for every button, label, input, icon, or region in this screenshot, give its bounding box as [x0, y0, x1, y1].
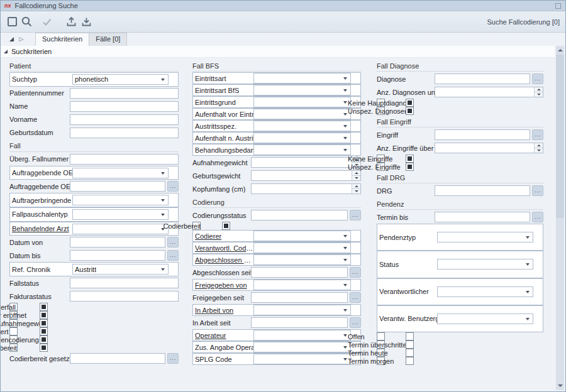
termin-morgen-checkbox[interactable] — [406, 357, 414, 365]
suchtyp-dropdown[interactable]: phonetisch — [72, 74, 169, 85]
codierungsstatus-input[interactable] — [251, 210, 348, 220]
aufenthalt-n-austritt-dropdown[interactable] — [253, 133, 351, 143]
search-button[interactable] — [21, 15, 33, 29]
abgeschlossen-seit-lookup-button[interactable]: ... — [350, 267, 361, 278]
tab-scroll-left-button[interactable] — [6, 35, 16, 45]
field-label-abgeschlossen-von[interactable]: Abgeschlossen von — [195, 256, 253, 264]
confirm-button[interactable] — [41, 15, 53, 29]
spinner-up-icon[interactable] — [535, 143, 543, 148]
pendenztyp-dropdown[interactable] — [437, 232, 533, 242]
drg-lookup-button[interactable]: ... — [532, 185, 543, 196]
eintrittsart-bfs-dropdown[interactable] — [253, 85, 351, 95]
diagnose-input[interactable] — [435, 74, 530, 84]
behandlungsbedarf-dropdown[interactable] — [253, 144, 351, 155]
scrollbar-up-icon[interactable] — [556, 46, 564, 55]
geburtsdatum-input[interactable] — [70, 128, 179, 138]
überg-fallnummer-input[interactable] — [70, 154, 179, 165]
codierbereit-checkbox[interactable] — [222, 222, 230, 230]
unspez-eingriffe-checkbox[interactable] — [406, 163, 414, 171]
termin-bis-input[interactable] — [435, 212, 530, 222]
spinner-up-icon[interactable] — [535, 87, 543, 92]
aufenthalt-vor-eintritt-dropdown[interactable] — [253, 109, 351, 119]
codierbereit-checkbox[interactable] — [40, 344, 48, 352]
termin-bis-lookup-button[interactable]: ... — [532, 212, 543, 222]
tab-faelle[interactable]: Fälle [0] — [89, 33, 126, 46]
status-dropdown[interactable] — [437, 259, 533, 270]
field-label-in-arbeit-von[interactable]: In Arbeit von — [195, 307, 253, 314]
anz-eingriffe-über-input[interactable] — [435, 143, 543, 153]
freigegeben-seit-input[interactable] — [251, 292, 348, 303]
in-arbeit-von-dropdown[interactable] — [253, 305, 351, 315]
spinner-down-icon[interactable] — [535, 148, 543, 153]
eintrittsart-dropdown[interactable] — [253, 73, 351, 84]
import-button[interactable] — [80, 15, 92, 29]
verantw-benutzergruppe-dropdown[interactable] — [437, 313, 533, 324]
splg-code-dropdown[interactable] — [253, 354, 351, 364]
field-label-verantwortl-codierer[interactable]: Verantwortl. Codierer — [195, 244, 253, 252]
codierer-dropdown[interactable] — [253, 231, 351, 241]
verantwortl-codierer-dropdown[interactable] — [253, 242, 351, 253]
name-input[interactable] — [70, 101, 179, 112]
fallpauschalentyp-dropdown[interactable] — [72, 209, 169, 220]
dropdown-value: phonetisch — [75, 75, 108, 83]
datum-bis-lookup-button[interactable]: ... — [167, 250, 179, 261]
diagnose-lookup-button[interactable]: ... — [532, 74, 543, 84]
eintrittsgrund-dropdown[interactable] — [253, 97, 351, 107]
eingriff-lookup-button[interactable]: ... — [532, 129, 543, 140]
datum-bis-input[interactable] — [70, 250, 165, 261]
abgeschlossen-von-dropdown[interactable] — [253, 254, 351, 265]
operateur-dropdown[interactable] — [253, 330, 351, 340]
field-label-wieder-eröffnet: Wieder eröffnet — [0, 312, 40, 319]
geburtsgewicht-input[interactable] — [251, 170, 361, 181]
behandelnder-arzt-dropdown[interactable] — [72, 224, 169, 234]
codierungsstatus-lookup-button[interactable]: ... — [350, 210, 361, 220]
vertical-scrollbar[interactable] — [556, 46, 564, 390]
window-maximize-button[interactable] — [554, 2, 562, 9]
vorname-input[interactable] — [70, 114, 179, 125]
aufnahmegewicht-input[interactable] — [251, 157, 361, 168]
anz-diagnosen-unspez-input[interactable] — [435, 87, 543, 97]
eingriff-input[interactable] — [435, 129, 530, 140]
fallstatus-input[interactable] — [70, 278, 179, 288]
datum-von-input[interactable] — [70, 237, 165, 248]
abgeschlossen-seit-input[interactable] — [251, 267, 348, 278]
codierbereit-gesetzt-input[interactable] — [70, 353, 165, 364]
austrittsspez-dropdown[interactable] — [253, 121, 351, 131]
ref-chronik-dropdown[interactable]: Austritt — [72, 264, 169, 275]
section-header-suchkriterien[interactable]: Suchkriterien — [1, 46, 555, 58]
field-label-operateur[interactable]: Operateur — [195, 332, 253, 339]
spinner-down-icon[interactable] — [352, 176, 360, 180]
freigegeben-von-dropdown[interactable] — [253, 280, 351, 290]
spinner-down-icon[interactable] — [352, 189, 360, 193]
auftraggebende-oe-lookup-button[interactable]: ... — [167, 181, 179, 192]
drg-input[interactable] — [435, 185, 530, 196]
kopfumfang-cm-input[interactable] — [251, 183, 361, 194]
in-arbeit-seit-input[interactable] — [251, 317, 348, 328]
freigegeben-seit-lookup-button[interactable]: ... — [350, 292, 361, 303]
in-arbeit-seit-lookup-button[interactable]: ... — [350, 317, 361, 328]
spinner-up-icon[interactable] — [352, 184, 360, 189]
datum-von-lookup-button[interactable]: ... — [167, 237, 179, 248]
scrollbar-thumb[interactable] — [556, 55, 564, 218]
auftraggebende-oe-dropdown[interactable] — [72, 168, 169, 178]
spinner-up-icon[interactable] — [352, 171, 360, 176]
fakturastatus-input[interactable] — [70, 291, 179, 302]
verantwortlicher-dropdown[interactable] — [437, 286, 533, 297]
codierbereit-gesetzt-lookup-button[interactable]: ... — [167, 353, 179, 364]
zus-angabe-operateur-dropdown[interactable] — [253, 342, 351, 352]
tab-scroll-right-button[interactable]: ▷ — [16, 35, 26, 45]
field-label-codierer[interactable]: Codierer — [195, 232, 253, 240]
scrollbar-down-icon[interactable] — [556, 381, 564, 390]
chevron-down-icon — [343, 77, 347, 80]
auftragerbringende-oe-dropdown[interactable] — [72, 195, 169, 205]
field-label-behandelnder-arzt[interactable]: Behandelnder Arzt — [12, 225, 72, 232]
export-button[interactable] — [65, 15, 77, 29]
select-button[interactable] — [6, 15, 18, 29]
chevron-down-icon — [161, 214, 165, 216]
spinner-down-icon[interactable] — [535, 92, 543, 97]
tab-suchkriterien[interactable]: Suchkriterien — [36, 33, 89, 46]
patientennummer-input[interactable] — [70, 88, 179, 99]
auftraggebende-oe-input[interactable] — [70, 181, 165, 192]
unspez-diagnosen-checkbox[interactable] — [406, 107, 414, 115]
field-label-freigegeben-von[interactable]: Freigegeben von — [195, 281, 253, 289]
